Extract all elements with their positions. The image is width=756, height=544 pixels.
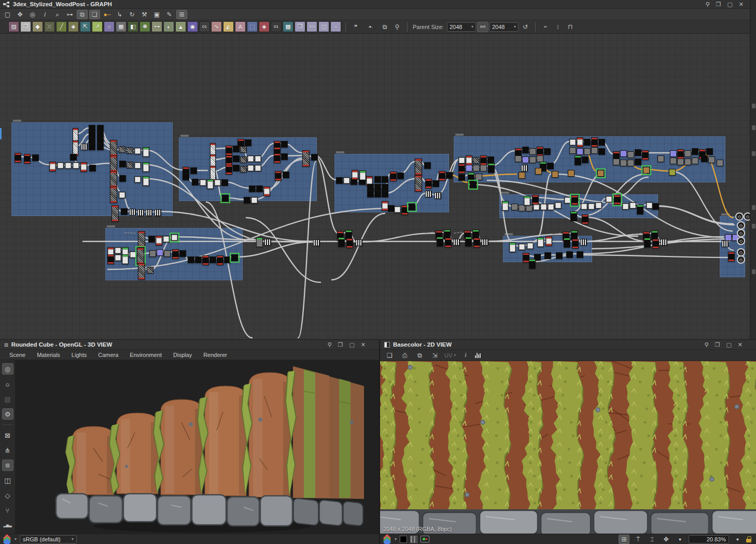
- graph-node[interactable]: [367, 184, 374, 191]
- graph-node[interactable]: [708, 156, 715, 163]
- zoom-input[interactable]: 20.83%: [689, 535, 729, 543]
- graph-node[interactable]: [622, 203, 629, 210]
- graph-node[interactable]: [620, 150, 627, 157]
- graph-node[interactable]: [171, 234, 178, 241]
- graph-node[interactable]: [32, 154, 39, 161]
- hsl-node[interactable]: ◉: [187, 21, 198, 32]
- link-size-icon[interactable]: ⚯: [477, 22, 488, 32]
- graph-node[interactable]: [313, 239, 320, 246]
- graph-node[interactable]: [221, 179, 228, 186]
- graph-node[interactable]: [555, 202, 562, 209]
- menu-scene[interactable]: Scene: [4, 351, 31, 359]
- graph-node[interactable]: [119, 161, 126, 167]
- graph-node[interactable]: [256, 185, 263, 192]
- graph-node[interactable]: [245, 139, 251, 146]
- graph-node[interactable]: [482, 239, 488, 246]
- graph-node[interactable]: [302, 150, 310, 167]
- graph-node[interactable]: [121, 208, 128, 215]
- viewport-3d[interactable]: [16, 360, 379, 534]
- graph-node[interactable]: [458, 164, 465, 174]
- graph-node[interactable]: [367, 191, 374, 197]
- graph-view-icon[interactable]: ⧉: [77, 10, 88, 19]
- graph-node[interactable]: [179, 250, 186, 257]
- graph-node[interactable]: [692, 158, 698, 164]
- lock-zoom-icon[interactable]: [746, 536, 752, 542]
- graph-node[interactable]: [107, 254, 114, 264]
- graph-node[interactable]: [473, 165, 480, 171]
- graph-node[interactable]: [409, 204, 415, 210]
- safe-transform-node[interactable]: ❒: [295, 21, 305, 32]
- info-dropdown-icon[interactable]: i: [39, 10, 50, 19]
- graph-node[interactable]: [190, 167, 197, 174]
- graph-node[interactable]: [127, 162, 133, 168]
- graph-node[interactable]: [524, 196, 530, 206]
- graph-node[interactable]: [134, 162, 141, 169]
- graph-node[interactable]: [143, 147, 149, 157]
- graph-node[interactable]: [582, 214, 589, 224]
- histogram-icon[interactable]: ▂▅▃: [2, 520, 13, 531]
- axes-icon[interactable]: ⋔: [2, 445, 13, 456]
- graph-node[interactable]: [207, 179, 214, 189]
- graph-node[interactable]: [569, 139, 576, 146]
- float-window-icon[interactable]: ❐: [338, 341, 343, 348]
- graph-node[interactable]: [143, 176, 149, 186]
- splatter-node[interactable]: ❋: [139, 21, 150, 32]
- graph-node[interactable]: [588, 203, 595, 210]
- graph-node[interactable]: [224, 256, 231, 263]
- graph-node[interactable]: [728, 252, 735, 262]
- graph-node[interactable]: [200, 179, 206, 186]
- graph-node[interactable]: [488, 163, 495, 173]
- graph-node[interactable]: [352, 170, 358, 180]
- graph-node[interactable]: [57, 162, 64, 169]
- graph-node[interactable]: [394, 206, 401, 213]
- export-icon[interactable]: ⇲: [429, 351, 440, 360]
- graph-node[interactable]: [466, 155, 472, 165]
- graph-node[interactable]: [582, 156, 589, 163]
- graph-node[interactable]: [548, 204, 554, 210]
- graph-node[interactable]: [65, 162, 72, 169]
- graph-node[interactable]: [149, 250, 156, 257]
- cube-solid-icon[interactable]: ⧈: [2, 460, 13, 471]
- zoom-in-icon[interactable]: ●: [732, 535, 743, 544]
- graph-node[interactable]: [110, 187, 117, 203]
- graph-node[interactable]: [226, 155, 232, 165]
- switch-node[interactable]: 01: [271, 21, 282, 32]
- shape-node[interactable]: ○: [104, 21, 115, 32]
- graph-node[interactable]: [183, 174, 189, 180]
- graph-node[interactable]: [172, 249, 179, 259]
- graph-node[interactable]: [652, 239, 659, 249]
- graph-node[interactable]: [597, 170, 604, 177]
- cube-outline-icon[interactable]: ◫: [2, 475, 13, 486]
- wireframe-cube-icon[interactable]: ⊠: [2, 430, 13, 441]
- graph-node[interactable]: [473, 157, 480, 164]
- graph-node[interactable]: [677, 149, 684, 159]
- pan-tool-icon[interactable]: ✥: [15, 10, 25, 19]
- comment-icon[interactable]: ❝: [350, 22, 361, 32]
- crop-color-node[interactable]: ▫: [330, 21, 341, 32]
- connect-dot-icon[interactable]: ●–: [102, 10, 113, 19]
- zoom-out-icon[interactable]: ●: [675, 535, 685, 544]
- graph-node[interactable]: [130, 251, 136, 258]
- graph-node[interactable]: [415, 175, 422, 192]
- graph-node[interactable]: [338, 237, 345, 247]
- graph-node[interactable]: [577, 137, 583, 147]
- maximize-icon[interactable]: ▢: [726, 341, 731, 348]
- graph-node[interactable]: [251, 197, 258, 204]
- graph-node[interactable]: [522, 147, 529, 153]
- blur-node[interactable]: ◆: [32, 21, 43, 32]
- graph-node[interactable]: [110, 155, 117, 172]
- graph-node[interactable]: [572, 239, 579, 249]
- layers-icon[interactable]: [3, 535, 11, 543]
- graph-node[interactable]: [138, 231, 145, 248]
- graph-node[interactable]: [547, 163, 554, 169]
- ambient-occlusion-node[interactable]: ◐: [163, 21, 174, 32]
- graph-node[interactable]: [89, 165, 96, 171]
- graph-node[interactable]: [163, 236, 170, 242]
- graph-node[interactable]: [343, 177, 350, 184]
- menu-lights[interactable]: Lights: [66, 351, 92, 359]
- select-tool-icon[interactable]: ▢: [2, 10, 13, 19]
- graph-node[interactable]: [529, 259, 536, 269]
- maximize-icon[interactable]: ▢: [349, 341, 354, 348]
- copy-icon[interactable]: ⧉: [414, 351, 425, 360]
- graph-node[interactable]: [487, 156, 494, 163]
